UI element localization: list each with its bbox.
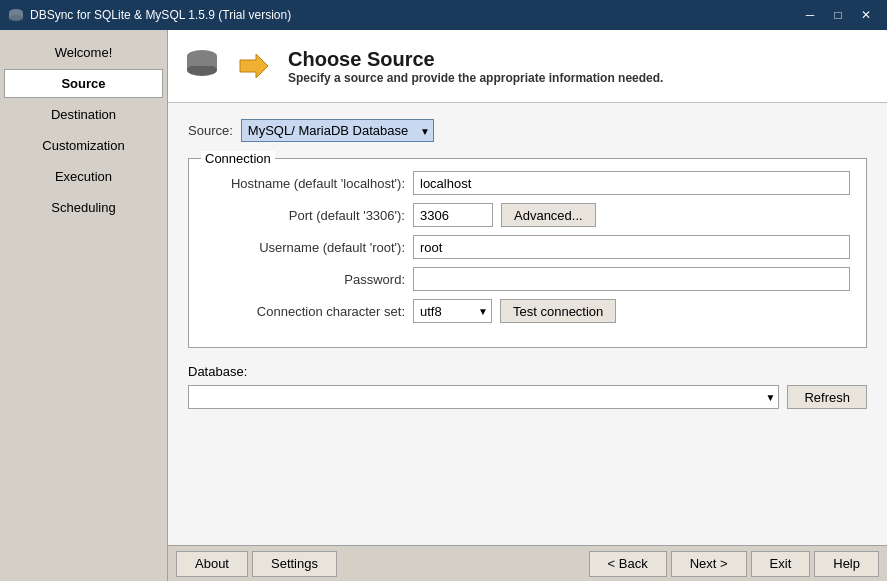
hostname-row: Hostname (default 'localhost'): <box>205 171 850 195</box>
advanced-button[interactable]: Advanced... <box>501 203 596 227</box>
help-button[interactable]: Help <box>814 551 879 577</box>
database-section: Database: ▼ Refresh <box>188 364 867 409</box>
username-input[interactable] <box>413 235 850 259</box>
arrow-icon <box>232 46 272 86</box>
password-row: Password: <box>205 267 850 291</box>
connection-legend: Connection <box>201 151 275 166</box>
sidebar-item-customization[interactable]: Customization <box>4 131 163 160</box>
port-input[interactable] <box>413 203 493 227</box>
bottom-right: < Back Next > Exit Help <box>589 551 879 577</box>
form-area: Source: MySQL/ MariaDB Database SQLite D… <box>168 103 887 545</box>
username-label: Username (default 'root'): <box>205 240 405 255</box>
svg-rect-6 <box>187 62 217 66</box>
bottom-bar: About Settings < Back Next > Exit Help <box>168 545 887 581</box>
source-row: Source: MySQL/ MariaDB Database SQLite D… <box>188 119 867 142</box>
svg-marker-8 <box>240 54 268 78</box>
charset-select[interactable]: utf8 latin1 utf8mb4 <box>413 299 492 323</box>
maximize-button[interactable]: □ <box>825 5 851 25</box>
charset-label: Connection character set: <box>205 304 405 319</box>
port-row: Port (default '3306'): Advanced... <box>205 203 850 227</box>
password-input[interactable] <box>413 267 850 291</box>
main-content: Welcome! Source Destination Customizatio… <box>0 30 887 581</box>
page-subtitle: Specify a source and provide the appropr… <box>288 71 663 85</box>
about-button[interactable]: About <box>176 551 248 577</box>
next-button[interactable]: Next > <box>671 551 747 577</box>
title-bar-text: DBSync for SQLite & MySQL 1.5.9 (Trial v… <box>30 8 291 22</box>
header-icon <box>184 42 272 90</box>
close-button[interactable]: ✕ <box>853 5 879 25</box>
connection-group: Connection Hostname (default 'localhost'… <box>188 158 867 348</box>
back-button[interactable]: < Back <box>589 551 667 577</box>
bottom-left: About Settings <box>176 551 337 577</box>
app-icon <box>8 7 24 23</box>
page-title: Choose Source <box>288 48 663 71</box>
database-row: ▼ Refresh <box>188 385 867 409</box>
charset-select-wrapper: utf8 latin1 utf8mb4 ▼ <box>413 299 492 323</box>
title-bar-left: DBSync for SQLite & MySQL 1.5.9 (Trial v… <box>8 7 291 23</box>
password-label: Password: <box>205 272 405 287</box>
source-select[interactable]: MySQL/ MariaDB Database SQLite Database <box>241 119 434 142</box>
sidebar: Welcome! Source Destination Customizatio… <box>0 30 168 581</box>
refresh-button[interactable]: Refresh <box>787 385 867 409</box>
username-row: Username (default 'root'): <box>205 235 850 259</box>
port-advanced-row: Advanced... <box>413 203 596 227</box>
database-select[interactable] <box>188 385 779 409</box>
sidebar-item-execution[interactable]: Execution <box>4 162 163 191</box>
title-bar-controls: ─ □ ✕ <box>797 5 879 25</box>
database-icon <box>184 42 232 90</box>
exit-button[interactable]: Exit <box>751 551 811 577</box>
header-text: Choose Source Specify a source and provi… <box>288 48 663 85</box>
hostname-label: Hostname (default 'localhost'): <box>205 176 405 191</box>
charset-row: Connection character set: utf8 latin1 ut… <box>205 299 850 323</box>
source-label: Source: <box>188 123 233 138</box>
sidebar-item-welcome[interactable]: Welcome! <box>4 38 163 67</box>
title-bar: DBSync for SQLite & MySQL 1.5.9 (Trial v… <box>0 0 887 30</box>
settings-button[interactable]: Settings <box>252 551 337 577</box>
svg-point-2 <box>9 15 23 21</box>
sidebar-item-destination[interactable]: Destination <box>4 100 163 129</box>
test-connection-button[interactable]: Test connection <box>500 299 616 323</box>
charset-test-row: utf8 latin1 utf8mb4 ▼ Test connection <box>413 299 616 323</box>
right-panel: Choose Source Specify a source and provi… <box>168 30 887 581</box>
port-label: Port (default '3306'): <box>205 208 405 223</box>
database-select-wrapper: ▼ <box>188 385 779 409</box>
database-label: Database: <box>188 364 867 379</box>
source-select-wrapper: MySQL/ MariaDB Database SQLite Database … <box>241 119 434 142</box>
sidebar-item-scheduling[interactable]: Scheduling <box>4 193 163 222</box>
minimize-button[interactable]: ─ <box>797 5 823 25</box>
header: Choose Source Specify a source and provi… <box>168 30 887 103</box>
hostname-input[interactable] <box>413 171 850 195</box>
sidebar-item-source[interactable]: Source <box>4 69 163 98</box>
